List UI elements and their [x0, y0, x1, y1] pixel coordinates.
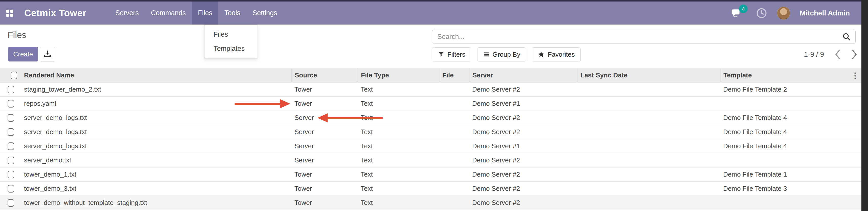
cell-template: Demo File Template 4	[720, 139, 861, 153]
row-checkbox-cell	[0, 111, 22, 125]
pager: 1-9 / 9	[783, 47, 859, 61]
column-header-file-type[interactable]: File Type	[358, 68, 439, 82]
cell-server: Demo Server #2	[469, 182, 577, 195]
cell-source: Server	[291, 153, 358, 167]
cell-file	[439, 196, 469, 210]
cell-server: Demo Server #2	[469, 83, 577, 96]
messages-button[interactable]: 4	[730, 7, 743, 20]
user-name[interactable]: Mitchell Admin	[800, 9, 850, 17]
star-icon	[538, 51, 545, 58]
search-submit[interactable]	[838, 30, 855, 43]
cell-server: Demo Server #2	[469, 153, 577, 167]
column-header-rendered-name[interactable]: Rendered Name	[22, 68, 291, 82]
cell-rendered-name: server_demo.txt	[22, 153, 291, 167]
favorites-label: Favorites	[548, 51, 575, 58]
row-checkbox[interactable]	[8, 128, 14, 136]
row-checkbox-cell	[0, 182, 22, 195]
cell-file	[439, 83, 469, 96]
nav-item-servers[interactable]: Servers	[109, 2, 145, 25]
files-list-table: Rendered Name Source File Type File Serv…	[0, 68, 861, 210]
column-header-source[interactable]: Source	[291, 68, 358, 82]
cell-source: Tower	[291, 196, 358, 210]
pager-next-button[interactable]	[849, 49, 859, 60]
nav-item-files[interactable]: Files	[192, 2, 218, 25]
cell-rendered-name: tower_demo_without_template_staging.txt	[22, 196, 291, 210]
user-avatar[interactable]	[777, 7, 790, 20]
chevron-right-icon	[851, 49, 858, 59]
column-header-template[interactable]: Template	[720, 68, 861, 82]
cell-source: Tower	[291, 83, 358, 96]
select-all-checkbox[interactable]	[11, 71, 17, 79]
apps-menu-button[interactable]	[2, 2, 17, 25]
main-menu: ServersCommandsFilesToolsSettings	[109, 2, 283, 25]
cell-file-type: Text	[358, 97, 439, 111]
pager-prev-button[interactable]	[833, 49, 843, 60]
cell-source: Tower	[291, 168, 358, 181]
cell-rendered-name: tower_demo_1.txt	[22, 168, 291, 181]
column-header-file[interactable]: File	[439, 68, 469, 82]
navbar: Cetmix Tower ServersCommandsFilesToolsSe…	[0, 2, 861, 25]
group-by-label: Group By	[493, 51, 521, 58]
navbar-right: 4 Mitchell Admin	[730, 7, 861, 20]
filters-button[interactable]: Filters	[432, 47, 471, 61]
cell-server: Demo Server #2	[469, 168, 577, 181]
create-button[interactable]: Create	[8, 47, 38, 61]
nav-item-settings[interactable]: Settings	[246, 2, 283, 25]
cell-rendered-name: tower_demo_3.txt	[22, 182, 291, 195]
table-row[interactable]: server_demo.txtServerTextDemo Server #2	[0, 153, 861, 168]
search-input[interactable]	[432, 33, 838, 41]
cell-file-type: Text	[358, 168, 439, 181]
app-window: Cetmix Tower ServersCommandsFilesToolsSe…	[0, 0, 868, 211]
table-row[interactable]: server_demo_logs.txtServerTextDemo Serve…	[0, 125, 861, 139]
row-checkbox[interactable]	[8, 86, 14, 93]
filter-icon	[438, 51, 444, 58]
clock-icon	[756, 8, 767, 19]
export-button[interactable]	[40, 47, 55, 61]
table-row[interactable]: tower_demo_3.txtTowerTextDemo Server #2D…	[0, 182, 861, 196]
cell-source: Tower	[291, 182, 358, 195]
table-row[interactable]: tower_demo_without_template_staging.txtT…	[0, 196, 861, 210]
nav-item-commands[interactable]: Commands	[145, 2, 192, 25]
dropdown-item-files[interactable]: Files	[205, 27, 257, 41]
cell-last-sync-date	[577, 153, 720, 167]
activities-button[interactable]	[756, 7, 767, 19]
table-body: staging_tower_demo_2.txtTowerTextDemo Se…	[0, 83, 861, 210]
column-header-last-sync-date[interactable]: Last Sync Date	[577, 68, 720, 82]
row-checkbox[interactable]	[8, 171, 14, 178]
table-row[interactable]: server_demo_logs.txtServerTextDemo Serve…	[0, 111, 861, 125]
favorites-button[interactable]: Favorites	[532, 47, 581, 61]
cell-server: Demo Server #2	[469, 196, 577, 210]
table-row[interactable]: repos.yamlTowerTextDemo Server #1	[0, 97, 861, 111]
table-row[interactable]: server_demo_logs.txtServerTextDemo Serve…	[0, 139, 861, 153]
cell-template: Demo File Template 3	[720, 182, 861, 195]
row-checkbox-cell	[0, 153, 22, 167]
table-row[interactable]: tower_demo_1.txtTowerTextDemo Server #2D…	[0, 168, 861, 182]
select-all-cell	[0, 68, 22, 82]
column-header-server[interactable]: Server	[469, 68, 577, 82]
pager-range: 1-9 / 9	[804, 50, 824, 58]
cell-last-sync-date	[577, 168, 720, 181]
row-checkbox[interactable]	[8, 143, 14, 150]
nav-item-tools[interactable]: Tools	[218, 2, 246, 25]
row-checkbox[interactable]	[8, 157, 14, 164]
files-menu-dropdown: FilesTemplates	[204, 25, 258, 58]
cell-file-type: Text	[358, 125, 439, 139]
column-options-icon[interactable]: ⋮	[851, 68, 859, 83]
cell-file	[439, 153, 469, 167]
cell-last-sync-date	[577, 83, 720, 96]
row-checkbox[interactable]	[8, 185, 14, 192]
cell-file-type: Text	[358, 83, 439, 96]
row-checkbox-cell	[0, 196, 22, 210]
cell-file	[439, 111, 469, 125]
dropdown-item-templates[interactable]: Templates	[205, 41, 257, 56]
cell-rendered-name: staging_tower_demo_2.txt	[22, 83, 291, 96]
page-title: Files	[8, 30, 26, 40]
row-checkbox[interactable]	[8, 199, 14, 207]
row-checkbox[interactable]	[8, 100, 14, 108]
group-by-button[interactable]: Group By	[477, 47, 526, 61]
cell-rendered-name: server_demo_logs.txt	[22, 111, 291, 125]
cell-file-type: Text	[358, 182, 439, 195]
cell-template: Demo File Template 4	[720, 125, 861, 139]
table-row[interactable]: staging_tower_demo_2.txtTowerTextDemo Se…	[0, 83, 861, 97]
row-checkbox[interactable]	[8, 114, 14, 122]
